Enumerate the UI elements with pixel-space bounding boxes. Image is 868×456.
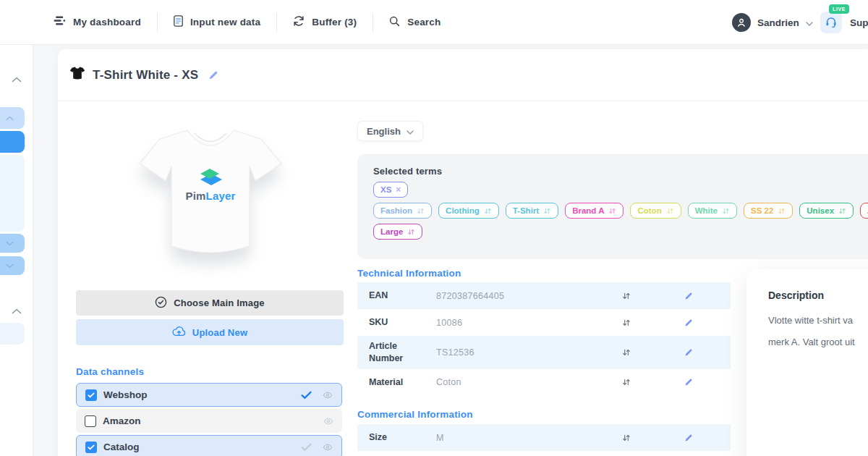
- sidebar: [0, 45, 33, 456]
- sidebar-item-active[interactable]: [0, 131, 25, 153]
- attribute-row-ean: EAN8720387664405: [357, 282, 731, 309]
- user-menu[interactable]: Sandrien: [732, 13, 813, 32]
- sidebar-item[interactable]: [0, 107, 25, 129]
- technical-information-table: EAN8720387664405SKU10086Article NumberTS…: [357, 282, 731, 396]
- description-heading: Description: [768, 290, 868, 301]
- check-icon: [301, 443, 312, 452]
- edit-icon[interactable]: [684, 378, 693, 387]
- sidebar-item[interactable]: [0, 323, 25, 345]
- term-tag-fashion[interactable]: Fashion: [373, 203, 432, 219]
- layers-icon: [197, 168, 224, 188]
- term-tag-clothing[interactable]: Clothing: [438, 203, 499, 219]
- tag-label: Unisex: [807, 206, 834, 215]
- attribute-label: EAN: [369, 290, 425, 302]
- nav-my-dashboard[interactable]: My dashboard: [54, 13, 157, 32]
- attribute-label: SKU: [369, 316, 425, 329]
- term-tag-coton[interactable]: Coton: [630, 203, 681, 219]
- pimlayer-logo: PimLayer: [134, 168, 287, 202]
- term-tag-t-shirt[interactable]: T-Shirt: [506, 203, 558, 219]
- nav-search[interactable]: Search: [373, 13, 456, 32]
- tshirt-icon: [69, 67, 85, 83]
- terms-row-1: FashionClothingT-ShirtBrand ACotonWhiteS…: [373, 203, 868, 219]
- attribute-label: Material: [369, 376, 425, 389]
- technical-information-heading: Technical Information: [357, 268, 461, 279]
- sort-icon: [666, 207, 674, 215]
- upload-new-button[interactable]: Upload New: [76, 319, 344, 345]
- choose-main-image-button[interactable]: Choose Main Image: [76, 290, 344, 316]
- attribute-row-sku: SKU10086: [357, 309, 731, 336]
- nav-input-new-data[interactable]: Input new data: [157, 13, 276, 32]
- sort-icon: [778, 207, 786, 215]
- selected-terms-panel: Selected terms XS× FashionClothingT-Shir…: [357, 154, 868, 259]
- edit-icon[interactable]: [684, 348, 693, 357]
- attribute-row-article-number: Article NumberTS12536: [357, 336, 731, 369]
- language-value: English: [367, 126, 401, 137]
- channel-label: Catalog: [103, 442, 140, 452]
- channel-label: Webshop: [103, 389, 148, 400]
- main-nav: My dashboard Input new data Buffer (3) S…: [54, 13, 456, 32]
- headset-icon: LIVE: [820, 12, 842, 33]
- sort-icon[interactable]: [622, 318, 631, 327]
- check-icon: [301, 391, 312, 400]
- term-tag-brand-a[interactable]: Brand A: [565, 203, 624, 219]
- tag-label: SS 22: [751, 206, 773, 215]
- language-selector[interactable]: English: [357, 121, 423, 141]
- checkbox-checked[interactable]: [85, 389, 97, 401]
- sidebar-item[interactable]: [0, 234, 25, 253]
- sort-icon: [838, 207, 846, 215]
- removable-terms-row: XS×: [373, 182, 868, 198]
- button-label: Choose Main Image: [174, 297, 264, 308]
- sort-icon[interactable]: [622, 348, 631, 357]
- channel-webshop[interactable]: Webshop: [76, 383, 342, 407]
- avatar: [732, 13, 751, 32]
- product-image[interactable]: PimLayer: [134, 126, 287, 279]
- eye-icon[interactable]: [323, 442, 333, 452]
- button-label: Upload New: [192, 327, 247, 338]
- attribute-value: Coton: [436, 377, 461, 387]
- cloud-upload-icon: [172, 326, 186, 339]
- circle-check-icon: [155, 296, 167, 311]
- sidebar-item[interactable]: [0, 256, 25, 275]
- remove-icon[interactable]: ×: [396, 185, 401, 195]
- sort-icon[interactable]: [622, 434, 631, 442]
- attribute-value: TS12536: [436, 347, 475, 358]
- live-badge: LIVE: [829, 4, 849, 14]
- attribute-label: Article Number: [369, 340, 425, 365]
- term-tag-white[interactable]: White: [688, 203, 737, 219]
- selected-terms-heading: Selected terms: [373, 166, 868, 177]
- chevron-up-icon[interactable]: [12, 72, 22, 85]
- dashboard-icon: [54, 16, 66, 28]
- channel-catalog[interactable]: Catalog: [76, 435, 342, 456]
- sort-icon: [407, 228, 415, 236]
- checkbox-checked[interactable]: [85, 442, 97, 453]
- nav-buffer[interactable]: Buffer (3): [276, 13, 373, 32]
- sidebar-group[interactable]: [0, 155, 25, 232]
- attribute-row-size: SizeM: [357, 424, 731, 451]
- term-tag-xs[interactable]: XS×: [373, 182, 408, 198]
- sort-icon[interactable]: [622, 378, 631, 387]
- chevron-up-icon[interactable]: [12, 304, 22, 317]
- nav-label: Buffer (3): [312, 17, 357, 28]
- eye-icon[interactable]: [323, 416, 333, 426]
- support-button[interactable]: LIVE Sup: [820, 12, 868, 33]
- term-tag-unisex[interactable]: Unisex: [799, 203, 854, 219]
- channel-amazon[interactable]: Amazon: [76, 409, 342, 433]
- edit-icon[interactable]: [684, 434, 693, 442]
- eye-icon[interactable]: [323, 390, 333, 400]
- description-panel: Description Vlotte witte t-shirt va merk…: [746, 269, 868, 456]
- attribute-row-material: MaterialCoton: [357, 369, 731, 396]
- tag-label: Clothing: [446, 206, 480, 215]
- sort-icon[interactable]: [622, 292, 631, 300]
- support-label: Sup: [850, 17, 868, 28]
- edit-icon[interactable]: [208, 70, 218, 80]
- search-icon: [389, 16, 400, 29]
- sort-icon: [484, 207, 492, 215]
- term-tag-large[interactable]: Large: [373, 224, 422, 240]
- term-tag-ss-22[interactable]: SS 22: [744, 203, 793, 219]
- checkbox-unchecked[interactable]: [85, 415, 96, 427]
- refresh-icon: [293, 15, 305, 29]
- tag-label: Coton: [637, 206, 661, 215]
- term-tag-adults[interactable]: Adults: [860, 203, 868, 219]
- edit-icon[interactable]: [684, 292, 693, 300]
- edit-icon[interactable]: [684, 318, 693, 327]
